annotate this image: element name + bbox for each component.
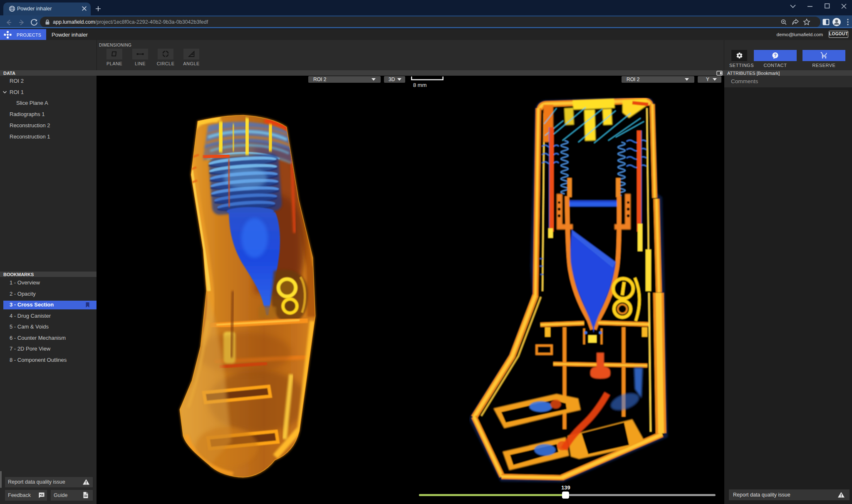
svg-text:?: ? [774,53,776,58]
